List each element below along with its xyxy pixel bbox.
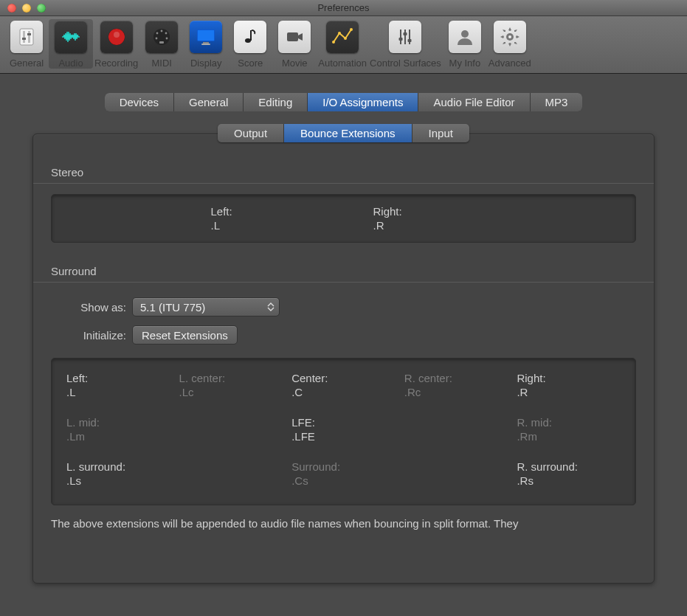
tab-editing[interactable]: Editing: [244, 93, 308, 111]
field-value: .Rc: [404, 386, 508, 398]
subtab-bounce-extensions[interactable]: Bounce Extensions: [284, 124, 412, 142]
svg-point-33: [461, 30, 469, 38]
surround-channel-field: [179, 416, 283, 443]
field-label: R. surround:: [517, 460, 621, 473]
surround-channel-field[interactable]: Left:.L: [66, 372, 170, 398]
field-label: L. surround:: [66, 460, 170, 473]
toolbar-item-score[interactable]: Score: [228, 19, 272, 69]
field-label: L. mid:: [66, 416, 170, 429]
surround-channel-field[interactable]: R. mid:.Rm: [517, 416, 621, 443]
svg-point-13: [156, 38, 158, 40]
field-label: L. center:: [179, 372, 283, 384]
select-value: 5.1 (ITU 775): [140, 301, 205, 314]
toolbar-label: Automation: [318, 58, 367, 69]
tab-io-assignments[interactable]: I/O Assignments: [308, 93, 418, 111]
toolbar-label: General: [10, 58, 44, 69]
field-label: Left:: [211, 205, 314, 218]
toolbar-label: My Info: [449, 58, 481, 69]
svg-point-10: [161, 30, 163, 32]
toolbar-item-automation[interactable]: Automation: [317, 19, 368, 69]
surround-channel-field[interactable]: L. center:.Lc: [179, 372, 283, 398]
automation-icon: [326, 21, 359, 53]
surround-channel-field[interactable]: Center:.C: [291, 372, 396, 398]
field-value: .L: [211, 219, 314, 232]
toolbar-item-general[interactable]: General: [4, 19, 49, 69]
field-label: Right:: [517, 372, 621, 384]
surround-grid: Left:.LL. center:.LcCenter:.CR. center:.…: [66, 372, 621, 487]
svg-rect-4: [27, 33, 31, 35]
toolbar-item-recording[interactable]: Recording: [93, 19, 139, 69]
svg-rect-22: [287, 32, 298, 41]
svg-point-23: [332, 41, 335, 44]
stereo-well: Left: .L Right: .R: [51, 194, 636, 243]
toolbar-label: Recording: [94, 58, 138, 69]
toolbar-label: MIDI: [152, 58, 172, 69]
surround-channel-field[interactable]: R. surround:.Rs: [517, 460, 621, 487]
surround-channel-field[interactable]: Surround:.Cs: [291, 460, 396, 487]
reset-extensions-button[interactable]: Reset Extensions: [132, 325, 238, 345]
toolbar-label: Display: [190, 58, 222, 69]
surround-channel-field[interactable]: LFE:.LFE: [291, 416, 396, 443]
field-value: .C: [291, 386, 396, 398]
midi-icon: [145, 21, 178, 53]
primary-tabs: Devices General Editing I/O Assignments …: [9, 93, 678, 111]
toolbar-item-midi[interactable]: MIDI: [139, 19, 184, 69]
svg-point-14: [166, 38, 168, 40]
stereo-heading: Stereo: [51, 160, 636, 183]
content-panel: Output Bounce Extensions Input Stereo Le…: [32, 134, 655, 584]
show-as-select[interactable]: 5.1 (ITU 775): [132, 297, 280, 316]
svg-rect-3: [22, 38, 26, 40]
toolbar-label: Movie: [282, 58, 308, 69]
svg-rect-21: [250, 30, 252, 41]
surround-channel-field[interactable]: R. center:.Rc: [404, 372, 508, 398]
toolbar-item-movie[interactable]: Movie: [272, 19, 317, 69]
toolbar-item-control-surfaces[interactable]: Control Surfaces: [368, 19, 443, 69]
initialize-label: Initialize:: [51, 329, 132, 342]
tab-mp3[interactable]: MP3: [531, 93, 583, 111]
subtab-input[interactable]: Input: [412, 124, 469, 142]
field-value: .Rm: [517, 430, 621, 443]
score-icon: [234, 21, 266, 53]
toolbar-item-audio[interactable]: Audio: [49, 19, 93, 69]
svg-point-25: [344, 37, 347, 40]
toolbar-item-advanced[interactable]: Advanced: [487, 19, 533, 69]
subtab-output[interactable]: Output: [218, 124, 284, 142]
field-value: .Ls: [66, 474, 170, 487]
field-value: .Lc: [179, 386, 283, 398]
toolbar: General Audio Recording MIDI Display Sco…: [0, 16, 687, 74]
field-value: .Lm: [66, 430, 170, 443]
field-label: Right:: [373, 205, 477, 218]
svg-point-24: [338, 32, 341, 35]
svg-rect-18: [203, 42, 209, 44]
toolbar-item-display[interactable]: Display: [184, 19, 228, 69]
window-title: Preferences: [0, 2, 687, 13]
field-value: .LFE: [291, 430, 396, 443]
surround-channel-field[interactable]: Right:.R: [517, 372, 621, 398]
surround-channel-field[interactable]: L. mid:.Lm: [66, 416, 170, 443]
divider: [33, 282, 654, 283]
field-label: LFE:: [291, 416, 396, 429]
surround-well: Left:.LL. center:.LcCenter:.CR. center:.…: [51, 358, 636, 505]
stereo-left-field[interactable]: Left: .L: [211, 205, 314, 232]
divider: [33, 183, 654, 184]
toolbar-item-my-info[interactable]: My Info: [443, 19, 487, 69]
svg-point-12: [165, 32, 168, 35]
person-icon: [449, 21, 481, 53]
sliders-icon: [10, 21, 43, 53]
main: Devices General Editing I/O Assignments …: [0, 74, 687, 598]
svg-rect-17: [198, 30, 214, 41]
svg-rect-0: [20, 29, 33, 45]
stereo-right-field[interactable]: Right: .R: [373, 205, 477, 232]
field-value: .R: [373, 219, 477, 232]
field-value: .R: [517, 386, 621, 398]
tab-devices[interactable]: Devices: [105, 93, 174, 111]
tab-audio-file-editor[interactable]: Audio File Editor: [418, 93, 530, 111]
waveform-icon: [55, 21, 87, 53]
show-as-label: Show as:: [51, 301, 132, 314]
field-label: R. mid:: [517, 416, 621, 429]
titlebar: Preferences: [0, 0, 687, 16]
svg-point-35: [508, 35, 511, 38]
movie-icon: [278, 21, 311, 53]
surround-channel-field[interactable]: L. surround:.Ls: [66, 460, 170, 487]
tab-general[interactable]: General: [174, 93, 244, 111]
